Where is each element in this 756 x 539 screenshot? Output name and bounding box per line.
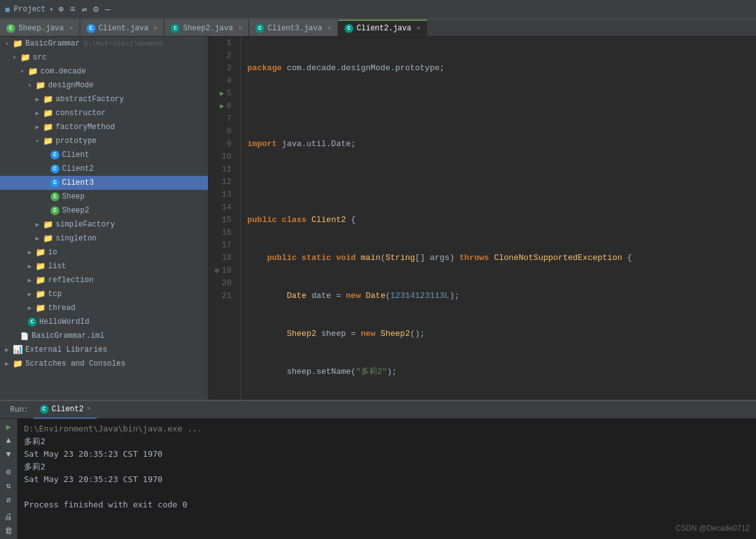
console-output: D:\Environment\Java\bin\java.exe ... 多莉2… — [18, 419, 756, 539]
bottom-tab-client2[interactable]: C Client2 × — [34, 401, 97, 419]
sidebar-item-client2[interactable]: C Client2 — [0, 162, 208, 176]
bottom-panel: Run: C Client2 × ▶ ▲ ▼ ⚙ ⇅ ⇵ 🖨 🗑 D:\Envi… — [0, 400, 756, 539]
sidebar-item-iml[interactable]: 📄 BasicGrammar.iml — [0, 329, 208, 343]
sidebar-item-reflection[interactable]: ▶ 📁 reflection — [0, 273, 208, 287]
tab-icon-client3: C — [255, 24, 264, 33]
scratches-icon: 📁 — [13, 359, 23, 369]
sidebar-label-client2: Client2 — [62, 164, 94, 173]
settings-icon[interactable]: ⚙ — [94, 4, 99, 15]
tab-icon-client2: C — [344, 24, 353, 33]
nav-icon-2[interactable]: ≡ — [70, 4, 75, 15]
sidebar-label-src: src — [33, 53, 47, 62]
sidebar-label-external-libs: External Libraries — [25, 345, 107, 354]
sidebar-item-scratches[interactable]: ▶ 📁 Scratches and Consoles — [0, 357, 208, 371]
plain-8c: (); — [410, 328, 425, 340]
plain-6d: ( — [381, 252, 386, 264]
tab-close-client[interactable]: × — [154, 25, 158, 32]
scroll-down-btn[interactable]: ▼ — [3, 449, 15, 461]
sidebar-item-designmode[interactable]: ▾ 📁 designMode — [0, 78, 208, 92]
sidebar-item-list[interactable]: ▶ 📁 list — [0, 259, 208, 273]
tree-arrow-factorymethod: ▶ — [35, 123, 43, 131]
tab-close-client3[interactable]: × — [327, 25, 332, 32]
nav-icon-3[interactable]: ⇌ — [82, 4, 87, 15]
sidebar-item-helloworld[interactable]: C HelloWordId — [0, 315, 208, 329]
line-num-14: 14 — [215, 201, 234, 214]
folder-icon-prototype: 📁 — [43, 136, 53, 146]
sidebar-item-singleton[interactable]: ▶ 📁 singleton — [0, 232, 208, 245]
folder-icon-thread: 📁 — [35, 303, 46, 313]
sidebar-label-io: io — [48, 248, 57, 257]
code-content[interactable]: package com.decade.designMode.prototype;… — [241, 37, 756, 400]
sidebar-item-thread[interactable]: ▶ 📁 thread — [0, 301, 208, 315]
tab-close-sheep[interactable]: × — [69, 25, 73, 32]
sidebar-label-designmode: designMode — [48, 81, 94, 90]
tab-close-sheep2[interactable]: × — [238, 25, 243, 32]
line-num-2: 2 — [215, 49, 234, 62]
title-project-arrow[interactable]: ▾ — [49, 6, 53, 13]
plain-6f — [489, 252, 494, 264]
filter-btn[interactable]: ⇅ — [3, 480, 15, 492]
title-bar-icons: ⊕ ≡ ⇌ ⚙ — — [58, 4, 110, 15]
sidebar-item-sheep[interactable]: C Sheep — [0, 190, 208, 204]
bottom-tab-close[interactable]: × — [87, 406, 90, 412]
print-btn[interactable]: 🖨 — [3, 512, 15, 523]
scroll-up-btn[interactable]: ▲ — [3, 435, 15, 447]
sidebar-label-prototype: prototype — [56, 137, 97, 146]
console-line-2: Sat May 23 20:35:23 CST 1970 — [24, 448, 750, 461]
tab-client3-java[interactable]: C Client3.java × — [249, 20, 338, 36]
sidebar-item-constructor[interactable]: ▶ 📁 constructor — [0, 106, 208, 120]
tab-sheep2-java[interactable]: C Sheep2.java × — [164, 20, 249, 36]
code-line-2 — [247, 100, 756, 113]
sidebar-item-abstractfactory[interactable]: ▶ 📁 abstractFactory — [0, 92, 208, 106]
run-btn[interactable]: ▶ — [3, 421, 15, 433]
line-num-5: ▶ 5 — [215, 87, 234, 100]
tab-sheep-java[interactable]: C Sheep.java × — [0, 20, 80, 36]
code-line-6: public static void main ( String [] args… — [247, 252, 756, 264]
plain-7a: date = — [307, 290, 346, 302]
line-num-16: 16 — [215, 226, 234, 239]
folder-icon-simplefactory: 📁 — [43, 220, 53, 230]
tree-arrow-src: ▾ — [13, 54, 20, 61]
folder-icon-constructor: 📁 — [43, 108, 53, 118]
plain-5b — [307, 214, 312, 226]
tab-icon-sheep: C — [6, 24, 15, 33]
tab-client2-java[interactable]: C Client2.java × — [338, 20, 427, 36]
sidebar-item-tcp[interactable]: ▶ 📁 tcp — [0, 287, 208, 301]
nav-icon-1[interactable]: ⊕ — [58, 4, 63, 15]
code-line-7: Date date = new Date ( 12314123113L ); — [247, 290, 756, 302]
run-btn-5[interactable]: ▶ — [220, 87, 224, 100]
minimize-icon[interactable]: — — [105, 4, 110, 15]
tree-arrow-io: ▶ — [28, 249, 35, 256]
sidebar-item-src[interactable]: ▾ 📁 src — [0, 51, 208, 65]
line-num-10: 10 — [215, 151, 234, 163]
sidebar-item-prototype[interactable]: ▾ 📁 prototype — [0, 134, 208, 148]
sidebar-item-factorymethod[interactable]: ▶ 📁 factoryMethod — [0, 120, 208, 134]
code-line-8: Sheep2 sheep = new Sheep2 (); — [247, 328, 756, 340]
sort-btn[interactable]: ⇵ — [3, 494, 15, 505]
sidebar-item-basicgrammar[interactable]: ▾ 📁 BasicGrammar E:\MyProject\Demo00 — [0, 37, 208, 51]
tab-close-client2[interactable]: × — [417, 25, 421, 32]
plain-8a: sheep = — [316, 328, 360, 340]
line-num-8: 8 — [215, 125, 234, 138]
line-num-21: 21 — [215, 290, 234, 302]
code-line-5: public class Client2 { — [247, 214, 756, 226]
sidebar-item-io[interactable]: ▶ 📁 io — [0, 245, 208, 259]
code-editor[interactable]: 1 2 3 4 ▶ 5 ▶ 6 7 8 9 10 11 12 13 14 — [209, 37, 756, 400]
sidebar-item-simplefactory[interactable]: ▶ 📁 simpleFactory — [0, 218, 208, 232]
code-line-1: package com.decade.designMode.prototype; — [247, 62, 756, 75]
settings-btn[interactable]: ⚙ — [3, 466, 15, 478]
sidebar-item-sheep2[interactable]: C Sheep2 — [0, 204, 208, 218]
sidebar-item-client3[interactable]: C Client3 — [0, 176, 208, 190]
fold-btn-19[interactable]: ⊖ — [215, 264, 219, 277]
run-btn-6[interactable]: ▶ — [220, 100, 224, 113]
line-num-17: 17 — [215, 239, 234, 252]
title-project-label[interactable]: Project — [14, 5, 46, 14]
clear-btn[interactable]: 🗑 — [3, 525, 15, 536]
sidebar-item-com-decade[interactable]: ▾ 📁 com.decade — [0, 65, 208, 78]
file-icon-client2: C — [51, 164, 59, 173]
sidebar-item-external-libs[interactable]: ▶ 📊 External Libraries — [0, 343, 208, 357]
sidebar-item-client[interactable]: C Client — [0, 148, 208, 162]
tab-client-java[interactable]: C Client.java × — [80, 20, 165, 36]
plain-6a — [296, 252, 302, 264]
tree-arrow-reflection: ▶ — [28, 276, 35, 284]
